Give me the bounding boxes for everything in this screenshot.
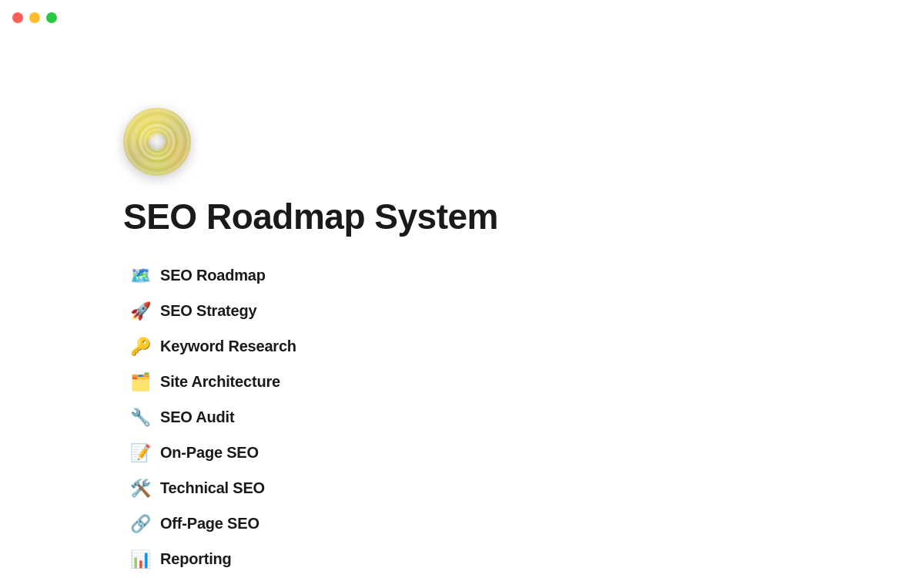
menu-item[interactable]: 🚀SEO Strategy: [123, 294, 498, 329]
menu-item[interactable]: 🗺️SEO Roadmap: [123, 258, 498, 294]
menu-item-label: Technical SEO: [160, 479, 265, 497]
close-button[interactable]: [12, 12, 23, 23]
menu-item[interactable]: 🔧SEO Audit: [123, 400, 498, 435]
menu-item[interactable]: 🗂️Site Architecture: [123, 365, 498, 400]
menu-item-label: SEO Roadmap: [160, 267, 266, 284]
menu-item-label: On-Page SEO: [160, 444, 259, 462]
menu-item-label: Reporting: [160, 550, 232, 568]
menu-item-label: SEO Audit: [160, 408, 234, 426]
menu-item[interactable]: 🛠️Technical SEO: [123, 471, 498, 506]
menu-item-emoji: 🔧: [129, 408, 151, 428]
menu-item-label: SEO Strategy: [160, 302, 256, 320]
menu-item-label: Off-Page SEO: [160, 515, 259, 533]
menu-item-emoji: 📝: [129, 443, 151, 463]
window-controls: [12, 12, 57, 23]
menu-item[interactable]: 📊Reporting: [123, 542, 498, 577]
menu-item-label: Site Architecture: [160, 373, 280, 391]
menu-item-emoji: 🛠️: [129, 479, 151, 499]
minimize-button[interactable]: [29, 12, 40, 23]
main-content: SEO Roadmap System 🗺️SEO Roadmap🚀SEO Str…: [123, 108, 498, 577]
menu-item[interactable]: 🔑Keyword Research: [123, 329, 498, 365]
menu-item[interactable]: 📝On-Page SEO: [123, 435, 498, 471]
menu-item-emoji: 📊: [129, 549, 151, 570]
page-icon: [123, 108, 191, 176]
menu-list: 🗺️SEO Roadmap🚀SEO Strategy🔑Keyword Resea…: [123, 258, 498, 577]
menu-item-label: Keyword Research: [160, 338, 296, 355]
disc-graphic: [123, 108, 191, 176]
menu-item-emoji: 🔗: [129, 514, 151, 534]
menu-item-emoji: 🔑: [129, 337, 151, 357]
page-title: SEO Roadmap System: [123, 197, 498, 237]
maximize-button[interactable]: [46, 12, 57, 23]
menu-item-emoji: 🗂️: [129, 372, 151, 392]
menu-item-emoji: 🚀: [129, 301, 151, 321]
menu-item-emoji: 🗺️: [129, 266, 151, 286]
menu-item[interactable]: 🔗Off-Page SEO: [123, 506, 498, 542]
